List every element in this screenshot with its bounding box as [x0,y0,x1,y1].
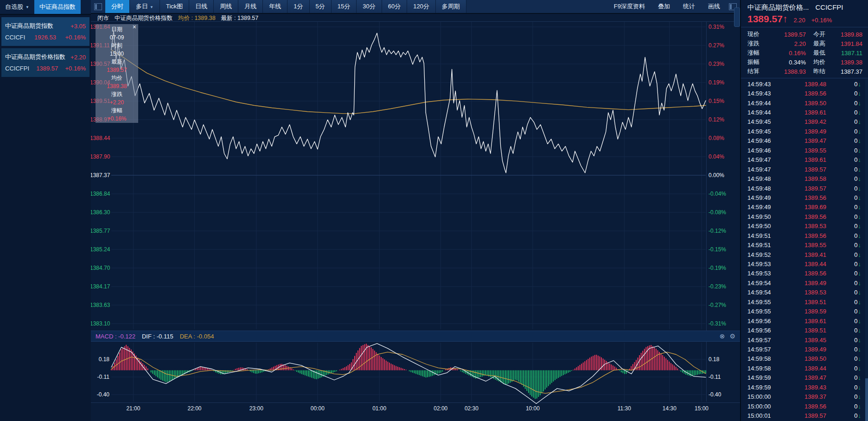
toolbar-button-15分[interactable]: 15分 [332,0,357,13]
toolbar-button-60分[interactable]: 60分 [382,0,407,13]
toolbar-button-月线[interactable]: 月线 [238,0,263,13]
trade-row[interactable]: 14:59:471389.570↓ [741,165,865,174]
trade-row[interactable]: 14:59:431389.480↓ [741,79,865,89]
trade-time: 14:59:55 [747,308,782,315]
watchlist-item-CCICFI[interactable]: 中证商品期货指数+3.05CCICFI1926.53+0.16% [1,17,89,46]
trade-row[interactable]: 14:59:491389.560↓ [741,193,865,202]
trade-row[interactable]: 14:59:561389.610↓ [741,316,865,325]
close-icon[interactable]: × [133,24,136,30]
toolbar-button-多日[interactable]: 多日▼ [130,0,160,13]
gear-icon[interactable]: ⚙ [729,332,735,340]
trade-row[interactable]: 14:59:441389.500↓ [741,98,865,108]
sidebar-tab-自选股[interactable]: 自选股▼ [0,0,34,14]
toolbar-button-5分[interactable]: 5分 [310,0,332,13]
down-arrow-icon: ↓ [858,251,862,258]
scrollbar[interactable] [865,79,868,421]
trade-row[interactable]: 14:59:501389.560↓ [741,212,865,221]
stat-label: 涨跌 [747,39,772,48]
tooltip-label: 均价 [96,74,138,83]
toolbar-button-日线[interactable]: 日线 [189,0,214,13]
trade-row[interactable]: 14:59:551389.510↓ [741,297,865,306]
down-arrow-icon: ↓ [858,318,862,325]
trade-row[interactable]: 14:59:571389.450↓ [741,335,865,344]
toolbar-button-120分[interactable]: 120分 [407,0,436,13]
trade-row[interactable]: 14:59:591389.430↓ [741,383,865,392]
trade-row[interactable]: 14:59:561389.510↓ [741,325,865,335]
trade-volume: 0 [854,412,857,419]
toolbar-link-画线[interactable]: 画线 [708,2,720,11]
app-root: 1391.641391.111390.571390.041389.511388.… [0,0,868,421]
trade-row[interactable]: 14:59:451389.420↓ [741,117,865,127]
trade-time: 14:59:58 [747,355,782,362]
layout-panel-icon[interactable] [94,3,102,10]
trade-row[interactable]: 14:59:461389.470↓ [741,136,865,146]
trade-row[interactable]: 14:59:551389.590↓ [741,307,865,316]
price-axis-label: 1383.63 [90,302,109,308]
trade-price: 1389.50 [782,355,826,362]
trade-price: 1389.56 [782,232,826,239]
down-arrow-icon: ↓ [858,327,862,334]
trade-time: 14:59:48 [747,185,782,192]
down-arrow-icon: ↓ [858,137,862,144]
trade-row[interactable]: 14:59:571389.490↓ [741,344,865,354]
sidebar-tab-中证商品指数[interactable]: 中证商品指数 [34,0,81,14]
trade-row[interactable]: 14:59:511389.550↓ [741,240,865,249]
down-arrow-icon: ↓ [858,128,862,135]
toolbar-button-30分[interactable]: 30分 [357,0,382,13]
panel-collapse-handle[interactable] [734,7,740,27]
trade-row[interactable]: 15:00:001389.560↓ [741,402,865,411]
toolbar-button-多周期[interactable]: 多周期 [436,0,466,13]
trade-row[interactable]: 14:59:451389.490↓ [741,127,865,136]
trade-row[interactable]: 14:59:521389.410↓ [741,250,865,259]
trade-row[interactable]: 14:59:531389.560↓ [741,269,865,278]
toolbar-button-年线[interactable]: 年线 [263,0,287,13]
toolbar-button-1分[interactable]: 1分 [287,0,309,13]
watchlist-sidebar: 自选股▼中证商品指数 中证商品期货指数+3.05CCICFI1926.53+0.… [0,0,91,421]
trade-row[interactable]: 14:59:581389.500↓ [741,354,865,364]
trade-time: 14:59:45 [747,118,782,125]
tooltip-value: +0.16% [96,115,138,123]
pct-axis-label: -0.23% [708,283,726,290]
trade-row[interactable]: 14:59:481389.570↓ [741,184,865,193]
trade-row[interactable]: 14:59:541389.490↓ [741,278,865,287]
trade-volume: 0 [854,308,857,315]
trade-row[interactable]: 14:59:461389.550↓ [741,146,865,155]
trade-row[interactable]: 14:59:491389.690↓ [741,203,865,212]
trade-volume: 0 [854,289,857,296]
trade-volume: 0 [854,384,857,391]
down-arrow-icon: ↓ [858,81,862,88]
trade-row[interactable]: 14:59:431389.560↓ [741,89,865,98]
trade-volume: 0 [854,118,857,125]
trade-row[interactable]: 14:59:541389.530↓ [741,288,865,297]
trade-row[interactable]: 14:59:511389.560↓ [741,231,865,240]
toolbar-links: F9深度资料叠加统计画线 [614,2,720,11]
trade-row[interactable]: 14:59:471389.610↓ [741,155,865,165]
toolbar-button-分时[interactable]: 分时 [105,0,130,13]
toolbar-button-Tick图[interactable]: Tick图 [160,0,189,13]
time-axis-label: 00:00 [311,405,325,412]
trade-row[interactable]: 15:00:011389.570↓ [741,411,865,420]
toolbar-button-周线[interactable]: 周线 [214,0,238,13]
trade-time: 14:59:56 [747,318,782,325]
trade-row[interactable]: 15:00:001389.370↓ [741,392,865,401]
down-arrow-icon: ↓ [858,412,862,419]
trade-price: 1389.53 [782,289,826,296]
toolbar-link-F9深度资料[interactable]: F9深度资料 [614,2,645,11]
trade-price: 1389.56 [782,403,826,410]
trade-row[interactable]: 14:59:531389.440↓ [741,259,865,268]
trade-time: 14:59:53 [747,261,782,268]
trade-row[interactable]: 14:59:481389.580↓ [741,174,865,183]
price-axis-label: 1383.10 [90,320,109,327]
trade-row[interactable]: 14:59:501389.530↓ [741,222,865,231]
scrollbar-thumb[interactable] [865,378,868,421]
trade-time: 14:59:43 [747,81,782,88]
trade-row[interactable]: 14:59:591389.470↓ [741,373,865,383]
toolbar-link-统计[interactable]: 统计 [683,2,695,11]
toolbar-link-叠加[interactable]: 叠加 [658,2,670,11]
close-circle-icon[interactable]: ⊗ [720,332,725,340]
trade-row[interactable]: 14:59:441389.610↓ [741,108,865,117]
quote-title: 中证商品期货价格... [747,3,809,12]
trade-row[interactable]: 14:59:581389.440↓ [741,364,865,373]
macd-indicator-value: DIF : -0.115 [142,333,173,340]
watchlist-item-CCICFPI[interactable]: 中证商品期货价格指数+2.20CCICFPI1389.57+0.16% [1,48,89,77]
